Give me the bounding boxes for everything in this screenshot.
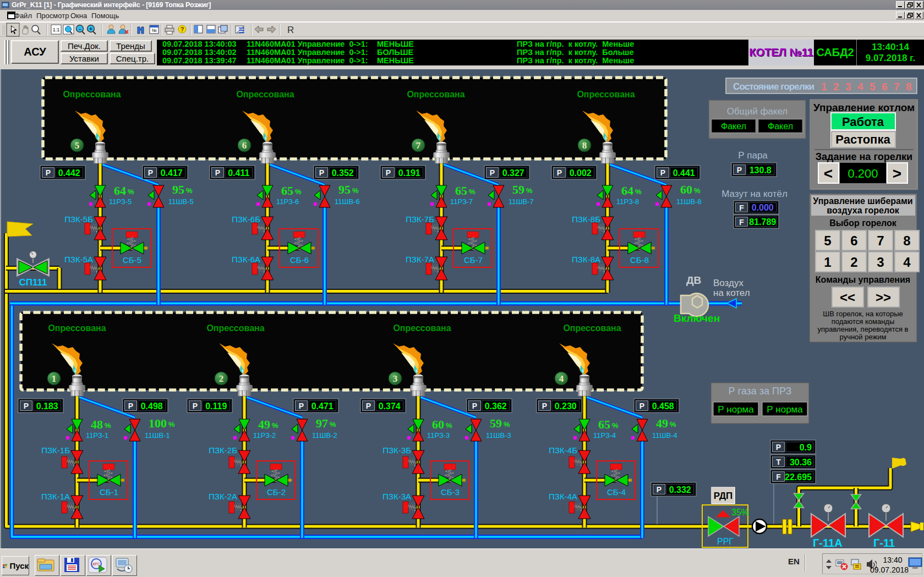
svg-text:%: %: [168, 420, 175, 428]
svg-text:Управление шиберами: Управление шиберами: [813, 196, 912, 206]
svg-text:48: 48: [91, 417, 103, 431]
svg-text:11РЗ-8: 11РЗ-8: [616, 197, 639, 206]
svg-text:P: P: [128, 402, 133, 410]
svg-text:P: P: [776, 443, 781, 452]
svg-text:СП111: СП111: [19, 277, 47, 288]
svg-text:Выбор горелок: Выбор горелок: [829, 218, 897, 228]
svg-text:0.442: 0.442: [58, 168, 80, 178]
svg-text:Факел: Факел: [768, 122, 793, 131]
svg-text:R: R: [287, 25, 294, 35]
svg-text:11РЗ-3: 11РЗ-3: [427, 431, 450, 439]
svg-text:11РЗ-5: 11РЗ-5: [109, 197, 132, 206]
svg-text:ПЗК-3А: ПЗК-3А: [382, 492, 411, 501]
svg-text:49: 49: [656, 416, 668, 430]
svg-text:60: 60: [680, 183, 692, 196]
svg-text:>: >: [893, 165, 901, 182]
svg-text:P: P: [193, 402, 198, 410]
svg-text:30.36: 30.36: [790, 458, 812, 467]
svg-text:P: P: [299, 402, 304, 410]
svg-text:8: 8: [906, 81, 912, 92]
svg-text:0.002: 0.002: [570, 168, 592, 178]
svg-text:управления, переводятся в: управления, переводятся в: [817, 325, 908, 333]
svg-text:3: 3: [393, 373, 398, 384]
svg-text:+: +: [89, 25, 92, 32]
svg-text:64: 64: [114, 184, 126, 197]
svg-text:Р газа за ПРЗ: Р газа за ПРЗ: [729, 386, 792, 397]
svg-text:65: 65: [281, 184, 293, 197]
svg-text:?: ?: [181, 26, 184, 32]
svg-text:-: -: [79, 25, 81, 32]
svg-text:Опрессована: Опрессована: [563, 323, 621, 333]
svg-text:97: 97: [316, 416, 328, 430]
svg-text:P: P: [319, 168, 324, 177]
svg-text:F: F: [776, 472, 781, 481]
svg-text:ПЗК-3Б: ПЗК-3Б: [382, 446, 411, 455]
svg-text:ПЗК-5Б: ПЗК-5Б: [64, 215, 93, 224]
svg-text:СБ-2: СБ-2: [267, 487, 286, 497]
svg-text:ПЗК-8А: ПЗК-8А: [572, 255, 600, 264]
svg-text:3: 3: [845, 81, 851, 92]
svg-text:на котел: на котел: [713, 288, 750, 298]
svg-text:P: P: [557, 168, 562, 177]
svg-text:59: 59: [512, 183, 524, 196]
svg-text:7: 7: [877, 233, 884, 248]
svg-text:0.352: 0.352: [332, 168, 354, 178]
svg-text:Растопка: Растопка: [835, 133, 890, 146]
svg-text:Опрессована: Опрессована: [393, 323, 451, 333]
svg-text:Мазут на котёл: Мазут на котёл: [721, 189, 788, 199]
svg-text:0.441: 0.441: [673, 168, 695, 178]
svg-text:11ШВ-7: 11ШВ-7: [509, 197, 534, 206]
svg-text:%: %: [128, 188, 134, 196]
svg-text:7: 7: [894, 81, 900, 92]
svg-text:Включен: Включен: [674, 312, 720, 324]
svg-text:%: %: [105, 421, 111, 430]
svg-text:11РЗ-6: 11РЗ-6: [276, 197, 299, 206]
svg-text:СБ-8: СБ-8: [630, 255, 649, 265]
svg-text:%: %: [635, 188, 642, 196]
svg-text:0.471: 0.471: [311, 402, 333, 411]
svg-text:%: %: [330, 420, 336, 428]
svg-text:11ШВ-1: 11ШВ-1: [145, 431, 170, 439]
svg-text:ШВ горелок, на которые: ШВ горелок, на которые: [823, 310, 903, 318]
svg-text:8: 8: [903, 233, 910, 248]
svg-text:РДП: РДП: [714, 491, 733, 501]
svg-text:%: %: [469, 188, 475, 196]
svg-text:P: P: [386, 168, 391, 177]
svg-text:0.458: 0.458: [652, 402, 674, 411]
svg-text:%: %: [504, 420, 510, 428]
svg-text:0.183: 0.183: [36, 402, 58, 411]
svg-text:>>: >>: [876, 290, 891, 305]
svg-text:0.119: 0.119: [205, 402, 227, 411]
svg-text:ПЗК-6Б: ПЗК-6Б: [232, 215, 260, 224]
svg-text:0.417: 0.417: [161, 168, 183, 178]
svg-text:РРГ: РРГ: [717, 537, 734, 546]
svg-text:7: 7: [416, 140, 421, 151]
svg-text:4: 4: [857, 81, 863, 92]
svg-text:11ШВ-4: 11ШВ-4: [652, 431, 677, 439]
svg-text:95: 95: [172, 183, 184, 196]
svg-text:P: P: [490, 168, 495, 177]
svg-text:%: %: [446, 421, 452, 430]
svg-text:СБ-7: СБ-7: [464, 255, 483, 265]
svg-text:11РЗ-4: 11РЗ-4: [593, 431, 616, 439]
svg-text:<: <: [824, 165, 833, 182]
svg-text:11ШВ-8: 11ШВ-8: [676, 197, 702, 206]
svg-text:ПЗК-6А: ПЗК-6А: [232, 255, 260, 264]
svg-text:65: 65: [455, 184, 467, 197]
svg-text:ДВ: ДВ: [686, 274, 701, 286]
svg-text:8: 8: [582, 140, 587, 151]
svg-text:СБ-1: СБ-1: [100, 487, 118, 497]
svg-text:P: P: [148, 168, 153, 177]
svg-text:11ШВ-3: 11ШВ-3: [486, 431, 511, 439]
svg-text:ПЗК-2А: ПЗК-2А: [209, 492, 237, 501]
svg-text:ручной режим: ручной режим: [840, 333, 887, 341]
svg-text:P: P: [657, 485, 661, 494]
svg-text:Опрессована: Опрессована: [206, 323, 264, 333]
svg-text:11ШВ-5: 11ШВ-5: [168, 197, 194, 206]
svg-text:Факел: Факел: [721, 122, 746, 131]
svg-text:Общий факел: Общий факел: [727, 106, 788, 117]
svg-text:%: %: [612, 421, 619, 430]
svg-text:ПЗК-7А: ПЗК-7А: [406, 255, 434, 264]
svg-text:1:1: 1:1: [53, 27, 60, 32]
svg-text:СБ-5: СБ-5: [123, 255, 141, 265]
